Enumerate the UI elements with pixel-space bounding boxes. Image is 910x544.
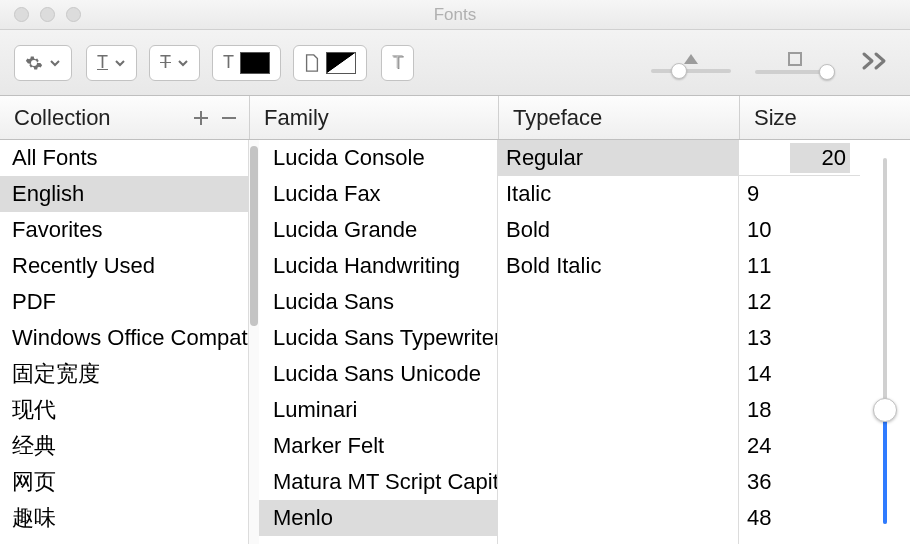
titlebar: Fonts (0, 0, 910, 30)
underline-button[interactable]: T (86, 45, 137, 81)
size-item[interactable]: 9 (739, 176, 860, 212)
size-item[interactable]: 48 (739, 500, 860, 536)
collection-item[interactable]: All Fonts (0, 140, 248, 176)
window-controls (14, 7, 81, 22)
plus-icon[interactable] (191, 108, 211, 128)
size-input[interactable] (790, 143, 850, 173)
header-collection[interactable]: Collection (0, 96, 249, 139)
text-color-icon: T (223, 52, 234, 73)
action-menu-button[interactable] (14, 45, 72, 81)
header-family[interactable]: Family (249, 96, 498, 139)
size-item[interactable]: 18 (739, 392, 860, 428)
fonts-window: Fonts T T T T (0, 0, 910, 544)
window-title: Fonts (0, 5, 910, 25)
column-headers: Collection Family Typeface Size (0, 96, 910, 140)
collection-item[interactable]: Recently Used (0, 248, 248, 284)
family-item[interactable]: Marker Felt (259, 428, 497, 464)
typeface-item[interactable]: Bold Italic (498, 248, 738, 284)
color-swatch-none (326, 52, 356, 74)
collection-item[interactable]: 网页 (0, 464, 248, 500)
size-column: 9101112131418243648 (739, 140, 910, 544)
size-item[interactable]: 10 (739, 212, 860, 248)
svg-rect-0 (789, 53, 801, 65)
scrollbar-thumb[interactable] (250, 146, 258, 326)
typeface-item[interactable]: Regular (498, 140, 738, 176)
family-item[interactable]: Matura MT Script Capitals (259, 464, 497, 500)
collection-item[interactable]: 固定宽度 (0, 356, 248, 392)
family-item[interactable]: Lucida Grande (259, 212, 497, 248)
text-shadow-icon: T (392, 52, 403, 73)
collection-item[interactable]: PDF (0, 284, 248, 320)
underline-icon: T (97, 52, 108, 73)
toolbar: T T T T (0, 30, 910, 96)
typeface-item[interactable]: Bold (498, 212, 738, 248)
collection-item[interactable]: 现代 (0, 392, 248, 428)
scrollbar-track[interactable] (249, 140, 259, 544)
toolbar-overflow-button[interactable] (854, 47, 896, 78)
chevron-down-icon (49, 57, 61, 69)
typeface-list[interactable]: RegularItalicBoldBold Italic (498, 140, 739, 544)
family-item[interactable]: Menlo (259, 500, 497, 536)
close-window-button[interactable] (14, 7, 29, 22)
family-item[interactable]: Lucida Sans Unicode (259, 356, 497, 392)
strikethrough-button[interactable]: T (149, 45, 200, 81)
size-item[interactable]: 14 (739, 356, 860, 392)
size-list[interactable]: 9101112131418243648 (739, 176, 860, 536)
size-slider[interactable] (860, 140, 910, 544)
text-effects-button[interactable]: T (381, 45, 414, 81)
header-typeface[interactable]: Typeface (498, 96, 739, 139)
family-item[interactable]: Lucida Handwriting (259, 248, 497, 284)
collection-item[interactable]: Favorites (0, 212, 248, 248)
shadow-opacity-control (646, 53, 736, 73)
chevron-down-icon (177, 57, 189, 69)
family-item[interactable]: Lucida Sans Typewriter (259, 320, 497, 356)
header-collection-label: Collection (14, 105, 191, 131)
collection-list[interactable]: All FontsEnglishFavoritesRecently UsedPD… (0, 140, 249, 544)
strikethrough-icon: T (160, 52, 171, 73)
size-item[interactable]: 11 (739, 248, 860, 284)
size-item[interactable]: 36 (739, 464, 860, 500)
document-color-button[interactable] (293, 45, 367, 81)
collection-item[interactable]: 经典 (0, 428, 248, 464)
triangle-icon (683, 53, 699, 65)
header-size[interactable]: Size (739, 96, 910, 139)
minimize-window-button[interactable] (40, 7, 55, 22)
family-list[interactable]: Lucida ConsoleLucida FaxLucida GrandeLuc… (249, 140, 498, 544)
shadow-opacity-slider[interactable] (651, 69, 731, 73)
gear-icon (25, 54, 43, 72)
zoom-window-button[interactable] (66, 7, 81, 22)
shadow-blur-control (750, 52, 840, 74)
page-icon (304, 54, 320, 72)
chevron-double-right-icon (860, 51, 890, 71)
collection-item[interactable]: 趣味 (0, 500, 248, 536)
family-item[interactable]: Lucida Console (259, 140, 497, 176)
color-swatch-black (240, 52, 270, 74)
typeface-item[interactable]: Italic (498, 176, 738, 212)
collection-item[interactable]: English (0, 176, 248, 212)
minus-icon[interactable] (219, 108, 239, 128)
size-item[interactable]: 12 (739, 284, 860, 320)
size-item[interactable]: 24 (739, 428, 860, 464)
family-item[interactable]: Luminari (259, 392, 497, 428)
family-item[interactable]: Lucida Sans (259, 284, 497, 320)
chevron-down-icon (114, 57, 126, 69)
content-area: All FontsEnglishFavoritesRecently UsedPD… (0, 140, 910, 544)
text-color-button[interactable]: T (212, 45, 281, 81)
family-item[interactable]: Lucida Fax (259, 176, 497, 212)
collection-item[interactable]: Windows Office Compatible (0, 320, 248, 356)
shadow-blur-slider[interactable] (755, 70, 835, 74)
size-slider-thumb[interactable] (873, 398, 897, 422)
size-input-wrap (739, 140, 860, 176)
square-icon (788, 52, 802, 66)
size-item[interactable]: 13 (739, 320, 860, 356)
